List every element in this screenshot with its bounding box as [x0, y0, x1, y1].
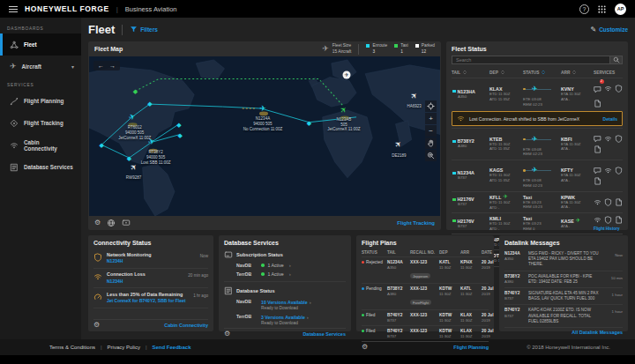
- wifi-icon[interactable]: [604, 85, 612, 93]
- wifi-icon[interactable]: [604, 167, 612, 175]
- help-icon[interactable]: ?: [579, 4, 589, 14]
- sidebar-item-flight-tracking[interactable]: Flight Tracking: [0, 112, 81, 134]
- message-icon[interactable]: [594, 135, 601, 143]
- enroute-waypoint-marker[interactable]: ◆: [100, 142, 104, 148]
- back-arrow-icon[interactable]: ←: [98, 63, 104, 69]
- column-tail[interactable]: TAIL: [452, 70, 489, 75]
- fleet-status-row[interactable]: H2176VB737 KFLL✈ETD 11:30ZATD - TaxiETE …: [452, 191, 623, 212]
- flight-plan-row[interactable]: Pending B738Y2A380 XXX-123ForeFlight KDT…: [362, 283, 489, 309]
- wifi-icon[interactable]: [604, 135, 612, 143]
- globe-icon[interactable]: [107, 219, 116, 227]
- flight-history-link[interactable]: Flight History: [594, 227, 620, 231]
- zoom-out-icon[interactable]: −: [425, 125, 437, 137]
- shield-icon[interactable]: [615, 85, 623, 93]
- document-icon[interactable]: [615, 216, 623, 224]
- tail-link[interactable]: N1234H: [107, 258, 196, 264]
- sidebar-item-fleet[interactable]: Fleet: [0, 33, 81, 56]
- cabin-connectivity-link[interactable]: Cabin Connectivity: [164, 323, 208, 328]
- sidebar-item-flight-planning[interactable]: Flight Planning: [0, 90, 81, 112]
- flight-plan-row[interactable]: Rejected N1234AA350 XXX-123Jeppesen KATL…: [362, 256, 489, 283]
- datalink-row[interactable]: B740Y2B737 SIGNATURE-KDAL ETA 45 MIN 2 P…: [504, 288, 623, 305]
- map-settings-gear-icon[interactable]: ⚙: [94, 219, 101, 227]
- datalink-row[interactable]: B738Y2A380 POC AVAILABLE FOR KPBI - KPIE…: [504, 271, 623, 288]
- column-dep[interactable]: DEP: [489, 70, 523, 75]
- shield-icon[interactable]: [615, 135, 623, 143]
- enroute-waypoint-marker[interactable]: ◆: [147, 100, 152, 107]
- world-map[interactable]: ← → + − ◆ ✈ N123AB505: [89, 56, 440, 216]
- database-services-link[interactable]: Database Services: [303, 331, 346, 337]
- forward-arrow-icon[interactable]: →: [109, 63, 116, 69]
- aircraft-label: N123AB505JetConneX 11:00Z: [327, 117, 360, 133]
- shield-icon[interactable]: [604, 198, 612, 206]
- send-feedback-link[interactable]: Send Feedback: [153, 345, 191, 350]
- hamburger-menu-icon[interactable]: [9, 6, 18, 12]
- document-icon[interactable]: [594, 100, 601, 108]
- locate-icon[interactable]: [425, 100, 437, 112]
- item-time: Now: [200, 254, 208, 258]
- sidebar-item-database-services[interactable]: Database Services: [0, 156, 81, 178]
- document-icon[interactable]: [594, 145, 601, 153]
- settings-gear-icon[interactable]: ⚙: [93, 322, 100, 329]
- enroute-waypoint-marker[interactable]: ◆: [176, 121, 181, 127]
- fullscreen-icon[interactable]: [122, 219, 131, 227]
- fleet-status-row[interactable]: B738Y2A380 KTEBETD 11:30ZATD 11:35Z ✈ETE…: [452, 128, 623, 160]
- sidebar-item-aircraft[interactable]: ✈ Aircraft ▾: [0, 56, 81, 78]
- versions-link[interactable]: 10 Versions Available: [261, 300, 308, 305]
- subscription-row[interactable]: NavDB 1 Active ›: [224, 261, 346, 270]
- user-avatar[interactable]: AP: [615, 4, 626, 15]
- footer-divider: |: [101, 345, 102, 350]
- shield-icon[interactable]: [615, 167, 623, 175]
- wifi-icon[interactable]: [594, 216, 601, 224]
- message-icon[interactable]: [594, 167, 601, 175]
- search-icon[interactable]: [609, 56, 623, 64]
- database-status-row[interactable]: NavDB 10 Versions Available›Ready to Dow…: [224, 297, 346, 313]
- all-datalink-messages-link[interactable]: All Datalink Messages: [572, 330, 623, 335]
- taxi-waypoint-marker[interactable]: ◆: [133, 88, 138, 94]
- enroute-waypoint-marker[interactable]: ◆: [127, 155, 131, 161]
- flight-tracking-link[interactable]: Flight Tracking: [397, 220, 435, 226]
- wifi-icon[interactable]: [594, 198, 601, 206]
- enroute-waypoint-marker[interactable]: ◆: [177, 131, 182, 137]
- aircraft-marker-n1234a[interactable]: ✈: [259, 105, 266, 113]
- wifi-icon: [10, 141, 19, 150]
- enroute-swatch: [366, 44, 370, 48]
- document-icon[interactable]: [594, 177, 601, 185]
- active-dot: [261, 272, 265, 276]
- copyright-text: © 2018 Honeywell International Inc.: [527, 345, 610, 350]
- enroute-waypoint-marker[interactable]: ◆: [307, 119, 311, 125]
- zoom-in-icon[interactable]: +: [425, 113, 437, 124]
- fleet-status-row[interactable]: N1234AB737 KAGSETD 11:30ZATD 11:35Z ✈ETE…: [452, 160, 623, 191]
- versions-link[interactable]: 3 Versions Available: [261, 315, 305, 320]
- sidebar-item-cabin-connectivity[interactable]: Cabin Connectivity: [0, 134, 81, 156]
- tail-link[interactable]: N1234H: [107, 279, 183, 285]
- pan-hand-icon[interactable]: [425, 137, 437, 149]
- customize-button[interactable]: ✎ Customize: [590, 26, 628, 33]
- search-input[interactable]: [452, 56, 609, 64]
- column-status[interactable]: STATUS: [523, 70, 561, 75]
- datalink-row[interactable]: B740Y2B737 KAPC-KOAK 2100Z ETD. IS NOW A…: [504, 305, 623, 328]
- flight-plan-row[interactable]: Filed B740Y2B737 XXX-123 KDTW11:30Z KLAX…: [362, 325, 489, 341]
- fleet-status-row[interactable]: N123HAA350 KLAXETD 11:30ZATD 11:35Z ✈ETE…: [452, 78, 623, 109]
- shield-icon[interactable]: [604, 216, 612, 224]
- details-link[interactable]: Details: [603, 116, 617, 122]
- datalink-row[interactable]: N1234AA350 MSG FWD - RICKY - DIVERT TO Y…: [504, 249, 623, 271]
- fleet-status-row[interactable]: H2176VB737 KMLIETD 11:30ZATD - TaxiETE 0…: [452, 212, 623, 234]
- parked-cluster-marker[interactable]: ✈: [343, 71, 351, 78]
- flight-planning-link[interactable]: Flight Planning: [453, 345, 489, 350]
- document-icon[interactable]: [615, 198, 623, 206]
- filters-button[interactable]: Filters: [130, 26, 158, 33]
- fleet-status-card: Fleet Status TAIL DEP STATUS ARR SERVICE…: [446, 41, 628, 230]
- column-arr[interactable]: ARR: [561, 70, 594, 75]
- magnify-icon[interactable]: [425, 150, 437, 161]
- terms-link[interactable]: Terms & Conditions: [49, 345, 95, 350]
- app-grid-icon[interactable]: [597, 4, 607, 14]
- footer-bar: Terms & Conditions | Privacy Policy | Se…: [0, 339, 635, 355]
- settings-gear-icon[interactable]: ⚙: [224, 331, 230, 338]
- message-icon[interactable]: 2: [594, 81, 601, 97]
- privacy-link[interactable]: Privacy Policy: [108, 345, 140, 350]
- database-status-row[interactable]: TerrDB 3 Versions Available›Ready to Dow…: [224, 313, 346, 329]
- flight-plan-row[interactable]: Filed B740Y2B737 XXX-123 KDTW11:30Z KLAX…: [362, 309, 489, 325]
- tail-link[interactable]: Jet ConneX for B740Y2, SBB for Fleet: [107, 298, 189, 304]
- settings-gear-icon[interactable]: ⚙: [362, 344, 368, 351]
- subscription-row[interactable]: TerrDB 1 Active ›: [224, 270, 346, 279]
